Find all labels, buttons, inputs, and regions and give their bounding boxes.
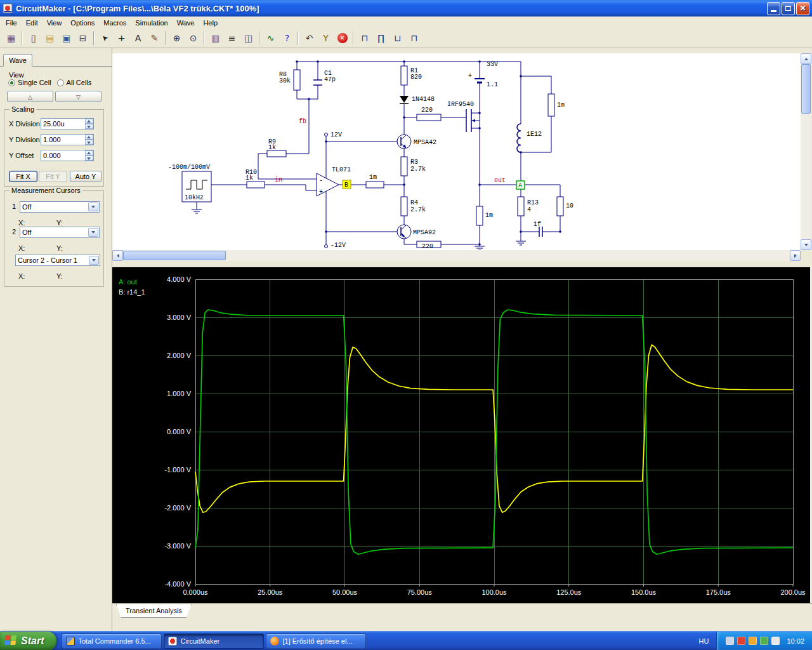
x-division-spin-down[interactable] bbox=[85, 124, 93, 129]
wire-tool-button[interactable]: ✎ bbox=[147, 31, 162, 46]
schematic-horizontal-scrollbar[interactable] bbox=[112, 250, 801, 261]
diode-1n4148 bbox=[400, 96, 409, 103]
volume-icon[interactable] bbox=[771, 637, 780, 645]
menu-macros[interactable]: Macros bbox=[99, 17, 131, 29]
digital-display-1-button[interactable]: ⊓ bbox=[357, 31, 372, 46]
cursors-group-label: Measurement Cursors bbox=[10, 187, 82, 194]
y-division-spin-up[interactable] bbox=[85, 135, 93, 140]
reset-button[interactable]: ↶ bbox=[301, 31, 317, 46]
schematic-label: in bbox=[275, 176, 282, 183]
minimize-icon bbox=[771, 10, 776, 12]
place-part-button[interactable]: + bbox=[114, 31, 129, 46]
text-tool-button[interactable]: A bbox=[130, 31, 146, 46]
menu-wave[interactable]: Wave bbox=[173, 17, 199, 29]
y-division-spin-down[interactable] bbox=[85, 140, 93, 145]
select-tool-icon: ➤ bbox=[100, 33, 110, 43]
menu-bar: FileEditViewOptionsMacrosSimulationWaveH… bbox=[0, 17, 812, 29]
fit-x-button[interactable]: Fit X bbox=[9, 171, 37, 182]
schematic-label: 47p bbox=[324, 76, 336, 83]
schematic-label: MPSA92 bbox=[413, 229, 436, 236]
menu-options[interactable]: Options bbox=[66, 17, 99, 29]
tray-icon-3[interactable] bbox=[749, 637, 757, 645]
run-analysis-button[interactable]: ∿ bbox=[263, 31, 278, 46]
cursor-1-value: Off bbox=[22, 203, 31, 211]
scroll-left-arrow[interactable] bbox=[112, 250, 123, 261]
toolbar-separator bbox=[353, 31, 354, 45]
print-button[interactable]: ⊟ bbox=[75, 31, 91, 46]
radio-single-cell[interactable]: Single Cell bbox=[8, 79, 51, 86]
menu-file[interactable]: File bbox=[1, 17, 22, 29]
stop-button[interactable]: ✕ bbox=[334, 31, 350, 46]
menu-edit[interactable]: Edit bbox=[22, 17, 43, 29]
restore-button[interactable] bbox=[782, 2, 795, 15]
cell-down-button[interactable]: ▽ bbox=[55, 91, 102, 102]
digital-display-2-button[interactable]: ∏ bbox=[373, 31, 389, 46]
x-tick-label: 100.0us bbox=[481, 588, 507, 596]
schematic-label: MPSA42 bbox=[414, 139, 436, 146]
schematic: R830kC147pR182033V+1.11N4148220IRF9540fb… bbox=[112, 53, 801, 250]
scroll-down-arrow[interactable] bbox=[801, 239, 811, 250]
schematic-label: R3 bbox=[410, 159, 418, 166]
probe-button[interactable]: Y bbox=[318, 31, 334, 46]
schematic-label: 1k bbox=[246, 175, 253, 182]
minimize-button[interactable] bbox=[767, 2, 780, 15]
taskbar-button-total-commander-6-5[interactable]: Total Commander 6.5... bbox=[62, 633, 162, 649]
digital-display-4-button[interactable]: ⊓ bbox=[406, 31, 422, 46]
tab-wave[interactable]: Wave bbox=[3, 54, 32, 67]
radio-all-cells[interactable]: All Cells bbox=[57, 79, 92, 86]
horizontal-scroll-thumb[interactable] bbox=[123, 251, 226, 260]
cursor-1-dropdown-icon[interactable] bbox=[88, 202, 98, 211]
toolbar-separator bbox=[22, 31, 23, 45]
taskbar-button-1-er-s-t-p-t-se-el[interactable]: [1] Erősítő építése el... bbox=[266, 633, 366, 649]
language-indicator[interactable]: HU bbox=[691, 637, 717, 645]
cursor-1-select[interactable]: Off bbox=[20, 201, 100, 213]
select-tool-button[interactable]: ➤ bbox=[97, 31, 113, 46]
toolbar-separator bbox=[93, 31, 95, 45]
cursor-2-dropdown-icon[interactable] bbox=[88, 228, 98, 237]
schematic-label: 12V bbox=[331, 131, 342, 138]
x-division-spin-up[interactable] bbox=[85, 119, 93, 124]
scroll-up-arrow[interactable] bbox=[801, 53, 811, 64]
x-tick-label: 50.00us bbox=[332, 588, 358, 596]
split-view-button[interactable]: ◫ bbox=[240, 31, 256, 46]
schematic-label: 1N4148 bbox=[412, 96, 435, 103]
auto-y-button[interactable]: Auto Y bbox=[70, 171, 102, 182]
schematic-label: TL071 bbox=[332, 166, 351, 173]
new-file-button[interactable]: ▯ bbox=[25, 31, 41, 46]
scroll-right-arrow[interactable] bbox=[790, 250, 801, 261]
print-icon: ⊟ bbox=[79, 34, 87, 43]
digital-display-3-button[interactable]: ⊔ bbox=[390, 31, 405, 46]
vertical-scroll-thumb[interactable] bbox=[801, 64, 811, 114]
taskbar-button-circuitmaker[interactable]: CircuitMaker bbox=[164, 633, 264, 649]
y-offset-spin-down[interactable] bbox=[85, 156, 93, 161]
open-file-button[interactable]: ▤ bbox=[42, 31, 58, 46]
stop-icon: ✕ bbox=[337, 33, 348, 43]
y-offset-spin-up[interactable] bbox=[85, 150, 93, 156]
save-button[interactable]: ▣ bbox=[58, 31, 74, 46]
schematic-canvas[interactable]: R830kC147pR182033V+1.11N4148220IRF9540fb… bbox=[112, 53, 801, 250]
report-button[interactable]: ≡ bbox=[224, 31, 240, 46]
cell-up-button[interactable]: △ bbox=[7, 91, 53, 102]
zoom-tool-button[interactable]: ⊙ bbox=[185, 31, 201, 46]
tray-icon-4[interactable] bbox=[760, 637, 768, 645]
close-button[interactable]: ✕ bbox=[796, 2, 809, 15]
tab-transient-analysis[interactable]: Transient Analysis bbox=[116, 604, 192, 618]
zoom-in-out-button[interactable]: ⊕ bbox=[169, 31, 185, 46]
find-part-button[interactable]: ▥ bbox=[207, 31, 223, 46]
cursor-2-select[interactable]: Off bbox=[20, 227, 100, 238]
schematic-vertical-scrollbar[interactable] bbox=[801, 53, 811, 250]
y-tick-label: 2.000 V bbox=[167, 352, 192, 359]
tray-icon-2[interactable] bbox=[737, 637, 745, 645]
menu-view[interactable]: View bbox=[43, 17, 67, 29]
schematic-label: 30k bbox=[279, 77, 291, 84]
menu-simulation[interactable]: Simulation bbox=[131, 17, 172, 29]
tray-icon-1[interactable] bbox=[726, 637, 734, 645]
help-button[interactable]: ? bbox=[279, 31, 295, 46]
schematic-label: 10kHz bbox=[185, 194, 204, 201]
schematic-label: out bbox=[494, 177, 506, 184]
cursor-diff-select[interactable]: Cursor 2 - Cursor 1 bbox=[15, 255, 100, 266]
components-button[interactable]: ▦ bbox=[3, 31, 19, 46]
cursor-diff-dropdown-icon[interactable] bbox=[89, 256, 99, 265]
start-button[interactable]: Start bbox=[0, 632, 56, 650]
menu-help[interactable]: Help bbox=[199, 17, 222, 29]
